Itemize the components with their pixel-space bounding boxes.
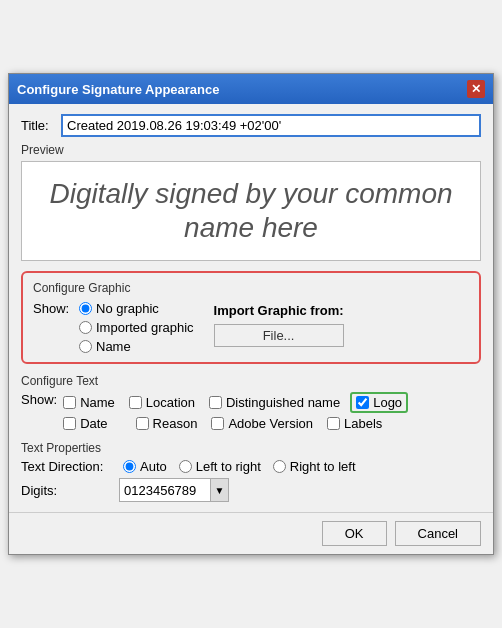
digits-label: Digits:: [21, 483, 111, 498]
digits-row: Digits: ▼: [21, 478, 481, 502]
no-graphic-label: No graphic: [96, 301, 159, 316]
date-check-option[interactable]: Date: [63, 416, 107, 431]
configure-signature-dialog: Configure Signature Appearance ✕ Title: …: [8, 73, 494, 555]
preview-section-label: Preview: [21, 143, 481, 157]
name-check-option[interactable]: Name: [63, 395, 115, 410]
ok-button[interactable]: OK: [322, 521, 387, 546]
digits-select-wrap: ▼: [119, 478, 229, 502]
import-label: Import Graphic from:: [214, 303, 344, 318]
logo-checkbox[interactable]: [356, 396, 369, 409]
preview-text: Digitally signed by your common name her…: [38, 177, 464, 244]
auto-direction-radio[interactable]: [123, 460, 136, 473]
rtl-direction-radio[interactable]: [273, 460, 286, 473]
text-dir-label: Text Direction:: [21, 459, 111, 474]
name-check-label: Name: [80, 395, 115, 410]
ltr-direction-label: Left to right: [196, 459, 261, 474]
name-graphic-label: Name: [96, 339, 131, 354]
location-check-label: Location: [146, 395, 195, 410]
show-options: Show: No graphic Imported graphic: [33, 301, 194, 354]
configure-graphic-section: Configure Graphic Show: No graphic Impor…: [21, 271, 481, 364]
import-section: Import Graphic from: File...: [214, 301, 344, 354]
reason-check-label: Reason: [153, 416, 198, 431]
adobe-version-check-label: Adobe Version: [228, 416, 313, 431]
graphic-content: Show: No graphic Imported graphic: [33, 301, 469, 354]
date-check-label: Date: [80, 416, 107, 431]
text-props-title: Text Properties: [21, 441, 481, 455]
imported-graphic-option[interactable]: Imported graphic: [79, 320, 194, 335]
name-graphic-option[interactable]: Name: [79, 339, 194, 354]
title-row: Title:: [21, 114, 481, 137]
text-direction-row: Text Direction: Auto Left to right Right…: [21, 459, 481, 474]
text-checkboxes: Name Location Distinguished name: [63, 392, 408, 431]
digits-dropdown-button[interactable]: ▼: [210, 479, 228, 501]
name-checkbox[interactable]: [63, 396, 76, 409]
cancel-button[interactable]: Cancel: [395, 521, 481, 546]
name-graphic-radio[interactable]: [79, 340, 92, 353]
text-row-2: Date Reason Adobe Version Labels: [63, 416, 408, 431]
logo-check-option[interactable]: Logo: [356, 395, 402, 410]
configure-text-section: Configure Text Show: Name Location: [21, 374, 481, 431]
preview-section: Preview Digitally signed by your common …: [21, 143, 481, 261]
ltr-direction-radio[interactable]: [179, 460, 192, 473]
adobe-version-check-option[interactable]: Adobe Version: [211, 416, 313, 431]
show-label-row: Show: No graphic: [33, 301, 194, 316]
auto-direction-label: Auto: [140, 459, 167, 474]
location-check-option[interactable]: Location: [129, 395, 195, 410]
file-button[interactable]: File...: [214, 324, 344, 347]
dialog-title: Configure Signature Appearance: [17, 82, 220, 97]
name-graphic-row: Name: [79, 339, 194, 354]
text-show-area: Show: Name Location: [21, 392, 481, 431]
date-checkbox[interactable]: [63, 417, 76, 430]
distinguished-name-checkbox[interactable]: [209, 396, 222, 409]
text-show-label: Show:: [21, 392, 57, 407]
adobe-version-checkbox[interactable]: [211, 417, 224, 430]
dialog-footer: OK Cancel: [9, 512, 493, 554]
labels-checkbox[interactable]: [327, 417, 340, 430]
rtl-direction-label: Right to left: [290, 459, 356, 474]
logo-highlight: Logo: [350, 392, 408, 413]
location-checkbox[interactable]: [129, 396, 142, 409]
title-input[interactable]: [61, 114, 481, 137]
reason-check-option[interactable]: Reason: [136, 416, 198, 431]
auto-direction-option[interactable]: Auto: [123, 459, 167, 474]
logo-check-label: Logo: [373, 395, 402, 410]
configure-text-title: Configure Text: [21, 374, 481, 388]
dialog-body: Title: Preview Digitally signed by your …: [9, 104, 493, 512]
no-graphic-radio[interactable]: [79, 302, 92, 315]
reason-checkbox[interactable]: [136, 417, 149, 430]
close-button[interactable]: ✕: [467, 80, 485, 98]
text-row-1: Name Location Distinguished name: [63, 392, 408, 413]
no-graphic-option[interactable]: No graphic: [79, 301, 159, 316]
text-properties-section: Text Properties Text Direction: Auto Lef…: [21, 441, 481, 502]
title-bar-left: Configure Signature Appearance: [17, 82, 220, 97]
imported-graphic-row: Imported graphic: [79, 320, 194, 335]
distinguished-name-check-option[interactable]: Distinguished name: [209, 395, 340, 410]
digits-input[interactable]: [120, 481, 210, 500]
labels-check-option[interactable]: Labels: [327, 416, 382, 431]
rtl-direction-option[interactable]: Right to left: [273, 459, 356, 474]
ltr-direction-option[interactable]: Left to right: [179, 459, 261, 474]
show-label: Show:: [33, 301, 73, 316]
title-bar: Configure Signature Appearance ✕: [9, 74, 493, 104]
distinguished-name-check-label: Distinguished name: [226, 395, 340, 410]
preview-box: Digitally signed by your common name her…: [21, 161, 481, 261]
imported-graphic-radio[interactable]: [79, 321, 92, 334]
configure-graphic-title: Configure Graphic: [33, 281, 469, 295]
title-label: Title:: [21, 118, 53, 133]
imported-graphic-label: Imported graphic: [96, 320, 194, 335]
labels-check-label: Labels: [344, 416, 382, 431]
